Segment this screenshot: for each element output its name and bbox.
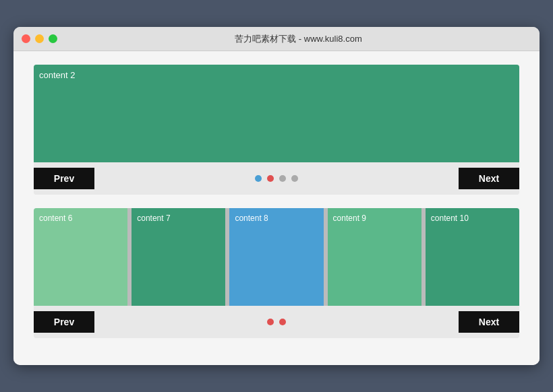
carousel-1-slide: content 2 bbox=[34, 65, 519, 162]
carousel-2-prev-button[interactable]: Prev bbox=[34, 311, 94, 333]
carousel-2-label-3: content 8 bbox=[235, 214, 268, 223]
carousel-2-label-5: content 10 bbox=[431, 214, 469, 223]
titlebar: 苦力吧素材下载 - www.kuli8.com bbox=[13, 27, 540, 51]
carousel-2-label-4: content 9 bbox=[333, 214, 366, 223]
carousel-2-slides: content 6 content 7 content 8 bbox=[34, 208, 519, 306]
carousel-1-dot-1[interactable] bbox=[255, 175, 262, 182]
carousel-1-content: content 2 bbox=[34, 65, 519, 162]
carousel-2-content-5: content 10 bbox=[426, 208, 519, 306]
carousel-1-next-button[interactable]: Next bbox=[459, 168, 519, 189]
browser-window: 苦力吧素材下载 - www.kuli8.com content 2 Prev N… bbox=[13, 27, 540, 365]
window-content: content 2 Prev Next content 6 bbox=[13, 51, 540, 365]
carousel-2-label-1: content 6 bbox=[39, 214, 72, 223]
traffic-lights bbox=[22, 34, 57, 43]
carousel-2-slide-4: content 9 bbox=[328, 208, 421, 306]
carousel-2-dot-2[interactable] bbox=[279, 319, 286, 325]
carousel-2-content-1: content 6 bbox=[34, 208, 127, 306]
carousel-1-dot-2[interactable] bbox=[267, 175, 274, 182]
carousel-1: content 2 Prev Next bbox=[34, 65, 519, 195]
carousel-2-dots bbox=[267, 319, 286, 325]
close-button[interactable] bbox=[22, 34, 30, 43]
carousel-1-dot-4[interactable] bbox=[291, 175, 298, 182]
carousel-2-content-2: content 7 bbox=[132, 208, 225, 306]
carousel-2-dot-1[interactable] bbox=[267, 319, 274, 325]
carousel-1-dots bbox=[255, 175, 298, 182]
carousel-1-controls: Prev Next bbox=[34, 162, 519, 195]
minimize-button[interactable] bbox=[35, 34, 44, 43]
maximize-button[interactable] bbox=[49, 34, 57, 43]
carousel-2-content-3: content 8 bbox=[229, 208, 323, 306]
carousel-1-dot-3[interactable] bbox=[279, 175, 286, 182]
carousel-2-slide-5: content 10 bbox=[426, 208, 519, 306]
carousel-2-next-button[interactable]: Next bbox=[459, 311, 519, 333]
carousel-2-slide-3: content 8 bbox=[229, 208, 323, 306]
carousel-2-controls: Prev Next bbox=[34, 306, 519, 338]
carousel-2-slide-1: content 6 bbox=[34, 208, 127, 306]
carousel-1-prev-button[interactable]: Prev bbox=[34, 168, 94, 189]
window-title: 苦力吧素材下载 - www.kuli8.com bbox=[65, 33, 531, 45]
carousel-1-label: content 2 bbox=[39, 70, 76, 80]
carousel-2-label-2: content 7 bbox=[137, 214, 170, 223]
carousel-2-slide-2: content 7 bbox=[132, 208, 225, 306]
carousel-2: content 6 content 7 content 8 bbox=[34, 208, 519, 338]
carousel-2-content-4: content 9 bbox=[328, 208, 421, 306]
